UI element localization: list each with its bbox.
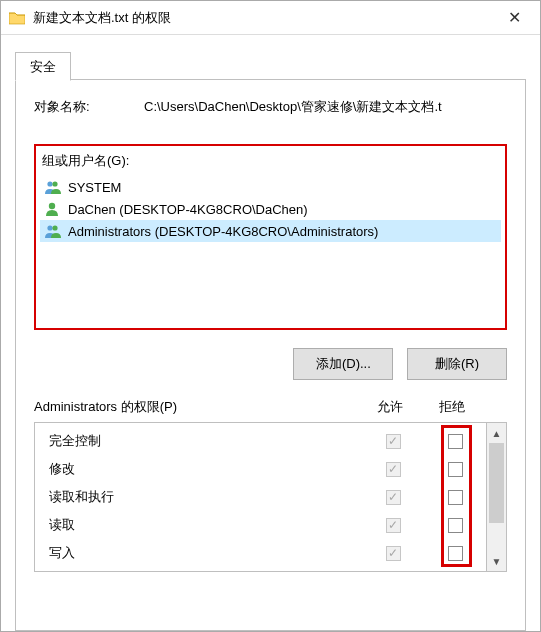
permission-row: 修改✓ <box>35 455 486 483</box>
permission-row: 写入✓ <box>35 539 486 567</box>
allow-checkbox: ✓ <box>386 462 401 477</box>
group-icon <box>44 223 62 239</box>
scroll-up-button[interactable]: ▲ <box>487 423 506 443</box>
permissions-header: Administrators 的权限(P) 允许 拒绝 <box>34 398 507 416</box>
permission-name: 写入 <box>49 544 362 562</box>
permission-name: 读取 <box>49 516 362 534</box>
deny-column-header: 拒绝 <box>421 398 483 416</box>
group-list[interactable]: SYSTEMDaChen (DESKTOP-4KG8CRO\DaChen)Adm… <box>40 176 501 242</box>
svg-point-0 <box>47 181 52 186</box>
titlebar: 新建文本文档.txt 的权限 ✕ <box>1 1 540 35</box>
group-item-label: SYSTEM <box>68 180 121 195</box>
svg-point-2 <box>49 203 55 209</box>
group-icon <box>44 179 62 195</box>
window-title: 新建文本文档.txt 的权限 <box>33 9 492 27</box>
scroll-track[interactable] <box>487 443 506 551</box>
groups-label: 组或用户名(G): <box>42 152 499 170</box>
allow-checkbox: ✓ <box>386 434 401 449</box>
deny-checkbox[interactable] <box>448 490 463 505</box>
security-panel: 对象名称: C:\Users\DaChen\Desktop\管家速修\新建文本文… <box>15 79 526 631</box>
group-item[interactable]: Administrators (DESKTOP-4KG8CRO\Administ… <box>40 220 501 242</box>
permission-row: 读取和执行✓ <box>35 483 486 511</box>
object-path: C:\Users\DaChen\Desktop\管家速修\新建文本文档.t <box>144 98 507 116</box>
deny-checkbox[interactable] <box>448 462 463 477</box>
scroll-down-button[interactable]: ▼ <box>487 551 506 571</box>
permission-row: 完全控制✓ <box>35 427 486 455</box>
permission-name: 修改 <box>49 460 362 478</box>
add-button[interactable]: 添加(D)... <box>293 348 393 380</box>
groups-box: 组或用户名(G): SYSTEMDaChen (DESKTOP-4KG8CRO\… <box>34 144 507 330</box>
permissions-listbox[interactable]: 完全控制✓修改✓读取和执行✓读取✓写入✓ <box>34 422 487 572</box>
deny-checkbox[interactable] <box>448 434 463 449</box>
scroll-thumb[interactable] <box>489 443 504 523</box>
permissions-title: Administrators 的权限(P) <box>34 398 359 416</box>
allow-checkbox: ✓ <box>386 490 401 505</box>
tab-strip: 安全 <box>15 51 540 79</box>
group-item-label: Administrators (DESKTOP-4KG8CRO\Administ… <box>68 224 378 239</box>
close-button[interactable]: ✕ <box>492 4 536 32</box>
button-row: 添加(D)... 删除(R) <box>34 348 507 380</box>
svg-point-1 <box>52 181 57 186</box>
allow-checkbox: ✓ <box>386 546 401 561</box>
allow-checkbox: ✓ <box>386 518 401 533</box>
permission-name: 完全控制 <box>49 432 362 450</box>
permission-name: 读取和执行 <box>49 488 362 506</box>
tab-security[interactable]: 安全 <box>15 52 71 81</box>
permission-row: 读取✓ <box>35 511 486 539</box>
allow-column-header: 允许 <box>359 398 421 416</box>
remove-button[interactable]: 删除(R) <box>407 348 507 380</box>
permissions-area: 完全控制✓修改✓读取和执行✓读取✓写入✓ ▲ ▼ <box>34 422 507 572</box>
folder-icon <box>9 11 25 25</box>
group-item[interactable]: SYSTEM <box>40 176 501 198</box>
group-item-label: DaChen (DESKTOP-4KG8CRO\DaChen) <box>68 202 308 217</box>
svg-point-4 <box>52 225 57 230</box>
object-label: 对象名称: <box>34 98 144 116</box>
deny-checkbox[interactable] <box>448 546 463 561</box>
object-row: 对象名称: C:\Users\DaChen\Desktop\管家速修\新建文本文… <box>34 98 507 116</box>
user-icon <box>44 201 62 217</box>
close-icon: ✕ <box>508 8 521 27</box>
deny-checkbox[interactable] <box>448 518 463 533</box>
group-item[interactable]: DaChen (DESKTOP-4KG8CRO\DaChen) <box>40 198 501 220</box>
permissions-scrollbar[interactable]: ▲ ▼ <box>487 422 507 572</box>
svg-point-3 <box>47 225 52 230</box>
